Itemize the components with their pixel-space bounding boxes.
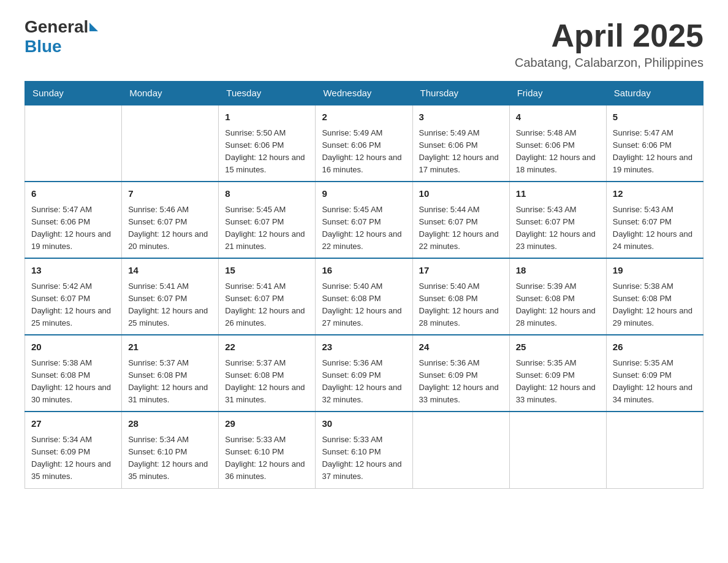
calendar-cell: 21Sunrise: 5:37 AM Sunset: 6:08 PM Dayli… [122, 335, 219, 412]
day-number: 9 [322, 187, 406, 201]
calendar-header-row: SundayMondayTuesdayWednesdayThursdayFrid… [25, 82, 703, 105]
day-info: Sunrise: 5:45 AM Sunset: 6:07 PM Dayligh… [322, 204, 406, 253]
day-number: 11 [516, 187, 600, 201]
day-number: 24 [419, 340, 503, 354]
calendar-cell: 12Sunrise: 5:43 AM Sunset: 6:07 PM Dayli… [606, 182, 703, 258]
weekday-header-tuesday: Tuesday [219, 82, 316, 105]
calendar-cell: 23Sunrise: 5:36 AM Sunset: 6:09 PM Dayli… [316, 335, 412, 412]
weekday-header-saturday: Saturday [606, 82, 703, 105]
calendar-cell: 25Sunrise: 5:35 AM Sunset: 6:09 PM Dayli… [509, 335, 606, 412]
calendar-cell [509, 412, 606, 488]
calendar-cell: 14Sunrise: 5:41 AM Sunset: 6:07 PM Dayli… [122, 258, 219, 335]
day-info: Sunrise: 5:44 AM Sunset: 6:07 PM Dayligh… [419, 204, 503, 253]
calendar-cell: 13Sunrise: 5:42 AM Sunset: 6:07 PM Dayli… [25, 258, 122, 335]
day-number: 7 [128, 187, 212, 201]
day-info: Sunrise: 5:41 AM Sunset: 6:07 PM Dayligh… [225, 280, 309, 330]
day-info: Sunrise: 5:35 AM Sunset: 6:09 PM Dayligh… [613, 357, 697, 407]
calendar-cell: 4Sunrise: 5:48 AM Sunset: 6:06 PM Daylig… [509, 105, 606, 182]
calendar-cell: 10Sunrise: 5:44 AM Sunset: 6:07 PM Dayli… [412, 182, 509, 258]
day-number: 6 [31, 187, 115, 201]
day-info: Sunrise: 5:42 AM Sunset: 6:07 PM Dayligh… [31, 280, 115, 330]
calendar-cell: 27Sunrise: 5:34 AM Sunset: 6:09 PM Dayli… [25, 412, 122, 488]
calendar-cell [606, 412, 703, 488]
day-number: 20 [31, 340, 115, 354]
day-info: Sunrise: 5:43 AM Sunset: 6:07 PM Dayligh… [613, 204, 697, 253]
day-info: Sunrise: 5:35 AM Sunset: 6:09 PM Dayligh… [516, 357, 600, 407]
day-info: Sunrise: 5:49 AM Sunset: 6:06 PM Dayligh… [322, 127, 406, 177]
day-number: 1 [225, 110, 309, 124]
day-info: Sunrise: 5:36 AM Sunset: 6:09 PM Dayligh… [322, 357, 406, 407]
day-info: Sunrise: 5:37 AM Sunset: 6:08 PM Dayligh… [225, 357, 309, 407]
day-info: Sunrise: 5:38 AM Sunset: 6:08 PM Dayligh… [31, 357, 115, 407]
day-info: Sunrise: 5:46 AM Sunset: 6:07 PM Dayligh… [128, 204, 212, 253]
calendar-week-row: 1Sunrise: 5:50 AM Sunset: 6:06 PM Daylig… [25, 105, 703, 182]
day-info: Sunrise: 5:36 AM Sunset: 6:09 PM Dayligh… [419, 357, 503, 407]
calendar-cell: 9Sunrise: 5:45 AM Sunset: 6:07 PM Daylig… [316, 182, 412, 258]
calendar-cell [25, 105, 122, 182]
day-info: Sunrise: 5:33 AM Sunset: 6:10 PM Dayligh… [225, 434, 309, 483]
day-number: 16 [322, 264, 406, 278]
day-number: 22 [225, 340, 309, 354]
logo-general-text: General [25, 18, 88, 36]
calendar-cell [122, 105, 219, 182]
day-number: 3 [419, 110, 503, 124]
calendar-cell: 6Sunrise: 5:47 AM Sunset: 6:06 PM Daylig… [25, 182, 122, 258]
day-number: 23 [322, 340, 406, 354]
weekday-header-friday: Friday [509, 82, 606, 105]
day-number: 26 [613, 340, 697, 354]
day-info: Sunrise: 5:34 AM Sunset: 6:09 PM Dayligh… [31, 434, 115, 483]
calendar-cell: 28Sunrise: 5:34 AM Sunset: 6:10 PM Dayli… [122, 412, 219, 488]
day-number: 5 [613, 110, 697, 124]
day-number: 29 [225, 417, 309, 431]
day-info: Sunrise: 5:40 AM Sunset: 6:08 PM Dayligh… [419, 280, 503, 330]
day-info: Sunrise: 5:45 AM Sunset: 6:07 PM Dayligh… [225, 204, 309, 253]
day-number: 30 [322, 417, 406, 431]
day-number: 10 [419, 187, 503, 201]
day-number: 27 [31, 417, 115, 431]
day-number: 18 [516, 264, 600, 278]
calendar-cell: 16Sunrise: 5:40 AM Sunset: 6:08 PM Dayli… [316, 258, 412, 335]
calendar-cell: 24Sunrise: 5:36 AM Sunset: 6:09 PM Dayli… [412, 335, 509, 412]
calendar-cell: 1Sunrise: 5:50 AM Sunset: 6:06 PM Daylig… [219, 105, 316, 182]
calendar-cell: 30Sunrise: 5:33 AM Sunset: 6:10 PM Dayli… [316, 412, 412, 488]
logo-arrow-icon [89, 23, 98, 31]
calendar-cell: 8Sunrise: 5:45 AM Sunset: 6:07 PM Daylig… [219, 182, 316, 258]
location-subtitle: Cabatang, Calabarzon, Philippines [515, 56, 703, 70]
day-number: 14 [128, 264, 212, 278]
day-number: 25 [516, 340, 600, 354]
day-number: 19 [613, 264, 697, 278]
weekday-header-wednesday: Wednesday [316, 82, 412, 105]
day-info: Sunrise: 5:34 AM Sunset: 6:10 PM Dayligh… [128, 434, 212, 483]
day-number: 15 [225, 264, 309, 278]
day-number: 8 [225, 187, 309, 201]
day-info: Sunrise: 5:48 AM Sunset: 6:06 PM Dayligh… [516, 127, 600, 177]
calendar-cell: 17Sunrise: 5:40 AM Sunset: 6:08 PM Dayli… [412, 258, 509, 335]
day-info: Sunrise: 5:39 AM Sunset: 6:08 PM Dayligh… [516, 280, 600, 330]
calendar-cell: 22Sunrise: 5:37 AM Sunset: 6:08 PM Dayli… [219, 335, 316, 412]
logo-blue-text: Blue [25, 37, 62, 56]
calendar-cell: 7Sunrise: 5:46 AM Sunset: 6:07 PM Daylig… [122, 182, 219, 258]
month-year-title: April 2025 [515, 18, 703, 53]
calendar-cell: 3Sunrise: 5:49 AM Sunset: 6:06 PM Daylig… [412, 105, 509, 182]
day-info: Sunrise: 5:47 AM Sunset: 6:06 PM Dayligh… [613, 127, 697, 177]
day-number: 13 [31, 264, 115, 278]
calendar-cell: 5Sunrise: 5:47 AM Sunset: 6:06 PM Daylig… [606, 105, 703, 182]
calendar-cell: 29Sunrise: 5:33 AM Sunset: 6:10 PM Dayli… [219, 412, 316, 488]
page-header: General Blue April 2025 Cabatang, Calaba… [25, 18, 703, 70]
calendar-cell: 26Sunrise: 5:35 AM Sunset: 6:09 PM Dayli… [606, 335, 703, 412]
title-block: April 2025 Cabatang, Calabarzon, Philipp… [515, 18, 703, 70]
day-info: Sunrise: 5:41 AM Sunset: 6:07 PM Dayligh… [128, 280, 212, 330]
calendar-table: SundayMondayTuesdayWednesdayThursdayFrid… [25, 81, 703, 488]
calendar-cell: 2Sunrise: 5:49 AM Sunset: 6:06 PM Daylig… [316, 105, 412, 182]
calendar-week-row: 6Sunrise: 5:47 AM Sunset: 6:06 PM Daylig… [25, 182, 703, 258]
day-number: 28 [128, 417, 212, 431]
day-number: 12 [613, 187, 697, 201]
calendar-cell: 19Sunrise: 5:38 AM Sunset: 6:08 PM Dayli… [606, 258, 703, 335]
weekday-header-thursday: Thursday [412, 82, 509, 105]
calendar-cell [412, 412, 509, 488]
day-number: 21 [128, 340, 212, 354]
day-info: Sunrise: 5:50 AM Sunset: 6:06 PM Dayligh… [225, 127, 309, 177]
day-info: Sunrise: 5:33 AM Sunset: 6:10 PM Dayligh… [322, 434, 406, 483]
day-info: Sunrise: 5:37 AM Sunset: 6:08 PM Dayligh… [128, 357, 212, 407]
calendar-cell: 18Sunrise: 5:39 AM Sunset: 6:08 PM Dayli… [509, 258, 606, 335]
